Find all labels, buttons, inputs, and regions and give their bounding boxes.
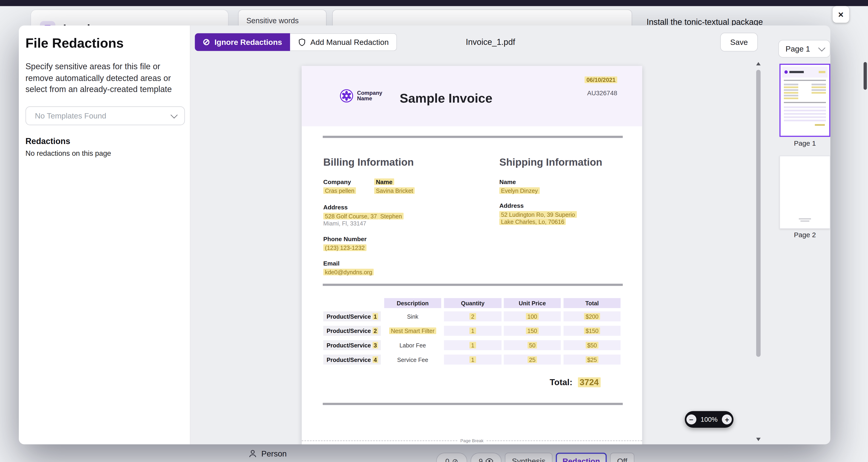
row-label: Product/Service3 [323,340,381,350]
off-button[interactable]: Off [610,453,634,462]
row-unit-price: 25 [504,354,561,365]
redaction-highlight[interactable]: 2 [373,327,378,334]
billing-heading: Billing Information [323,156,414,168]
redaction-highlight[interactable]: 2 [469,313,476,320]
prohibition-icon: ⊘ [452,457,458,462]
table-row: Product/Service2Nest Smart Filter1150$15… [323,326,623,336]
document-scrollbar-thumb[interactable] [756,70,761,357]
redaction-highlight[interactable]: 50 [527,342,537,349]
redaction-highlight[interactable]: kde0@dyndns.org [323,269,374,276]
chevron-down-icon [170,111,178,118]
redaction-highlight[interactable]: 4 [373,356,378,363]
synthesis-count: 0 [445,457,449,462]
shipping-name-label: Name [499,178,516,185]
logo-text-2: Name [357,95,372,101]
redaction-highlight[interactable]: Cras pellen [323,187,356,194]
table-row: Product/Service1Sink2100$200 [323,311,623,321]
redaction-highlight[interactable]: $50 [586,342,598,349]
redaction-highlight[interactable]: $200 [584,313,600,320]
redaction-highlight[interactable]: Stephen [379,213,404,220]
company-label: Company [323,178,351,185]
invoice-number: AU326748 [587,90,617,96]
person-row: Person [248,449,287,458]
redaction-label: Redaction [562,457,600,462]
header-total: Total [564,298,621,308]
redaction-highlight[interactable]: $150 [584,327,600,334]
close-icon: ✕ [838,10,844,19]
synthesis-count-pill[interactable]: 0 ⊘ [436,453,467,462]
redaction-highlight[interactable]: Lake Charles, Lo, 70616 [499,218,566,225]
row-unit-price: 100 [504,311,561,321]
eye-icon [486,457,493,462]
redaction-highlight[interactable]: 150 [526,327,539,334]
synthesis-button[interactable]: Synthesis [505,453,552,462]
chevron-down-icon [818,44,826,51]
row-quantity: 1 [444,354,501,365]
redaction-highlight[interactable]: 1 [469,327,476,334]
modal-close-button[interactable]: ✕ [833,6,849,23]
panel-description: Specify sensitive areas for this file or… [26,61,187,95]
row-unit-price: 150 [504,326,561,336]
phone-label: Phone Number [323,235,366,242]
shipping-heading: Shipping Information [499,156,602,168]
redaction-highlight[interactable]: 52 Ludington Ro, 39 Superio [499,211,577,218]
scroll-up-icon[interactable] [756,62,761,65]
template-dropdown[interactable]: No Templates Found [26,106,185,125]
row-description-text: Labor Fee [400,342,426,349]
redaction-highlight[interactable]: 1 [469,342,476,349]
ignore-redactions-button[interactable]: ⊘ Ignore Redactions [195,33,290,51]
redaction-highlight[interactable]: (123) 123-1232 [323,244,366,251]
row-quantity: 1 [444,340,501,350]
redaction-highlight[interactable]: $25 [586,356,598,363]
billing-address-line2: Miami, Fl, 33147 [323,220,366,227]
redaction-highlight[interactable]: 1 [373,313,378,320]
redaction-highlight[interactable]: Evelyn Dinzey [499,187,539,194]
header-quantity: Quantity [444,298,501,308]
redaction-highlight[interactable]: Savina Bricket [374,187,415,194]
off-label: Off [617,457,627,462]
redaction-highlight[interactable]: 3724 [578,377,600,387]
redaction-mode-toggle: ⊘ Ignore Redactions Add Manual Redaction [195,33,397,51]
page-select-value: Page 1 [785,45,810,53]
row-description-text: Sink [407,313,418,320]
row-description: Nest Smart Filter [384,326,441,336]
redaction-highlight[interactable]: Name [374,178,394,185]
page-1-label: Page 1 [779,140,831,147]
redaction-count: 9 [479,457,483,462]
redaction-count-pill[interactable]: 9 [470,453,502,462]
document-scrollbar[interactable] [754,58,762,444]
row-unit-price: 50 [504,340,561,350]
redaction-highlight[interactable]: 3 [373,342,378,349]
add-manual-redaction-button[interactable]: Add Manual Redaction [290,33,397,51]
invoice-title: Sample Invoice [400,91,492,106]
scroll-down-icon[interactable] [756,438,761,441]
add-manual-redaction-label: Add Manual Redaction [310,38,389,47]
redaction-highlight[interactable]: 100 [526,313,539,320]
zoom-out-button[interactable]: − [686,414,696,424]
header-unit-price: Unit Price [504,298,561,308]
page-break-label: Page Break [460,438,484,443]
app-top-bar [0,0,868,6]
save-button[interactable]: Save [720,33,758,52]
row-label: Product/Service4 [323,354,381,365]
redaction-button[interactable]: Redaction [556,453,607,462]
redaction-highlight[interactable]: 1 [469,356,476,363]
window-scrollbar-thumb[interactable] [864,62,867,90]
page-select-dropdown[interactable]: Page 1 [778,40,830,58]
page-thumbnail-2[interactable] [779,156,831,229]
person-icon [248,449,257,458]
invoice-table-rows: Product/Service1Sink2100$200Product/Serv… [323,311,623,365]
logo-flower-icon [339,89,354,103]
ignore-redactions-label: Ignore Redactions [214,38,282,47]
redaction-highlight[interactable]: 528 Golf Course, 37 [323,213,379,220]
page-thumbnail-1[interactable] [779,64,831,137]
panel-title: File Redactions [26,35,124,51]
redaction-highlight[interactable]: 06/10/2021 [585,77,617,83]
redaction-highlight[interactable]: Nest Smart Filter [389,327,436,334]
divider [323,284,623,286]
row-label: Product/Service2 [323,326,381,336]
redaction-highlight[interactable]: 25 [527,356,537,363]
zoom-in-button[interactable]: + [722,414,732,424]
table-header-row: Description Quantity Unit Price Total [323,298,623,308]
file-redactions-panel: File Redactions Specify sensitive areas … [19,26,191,444]
